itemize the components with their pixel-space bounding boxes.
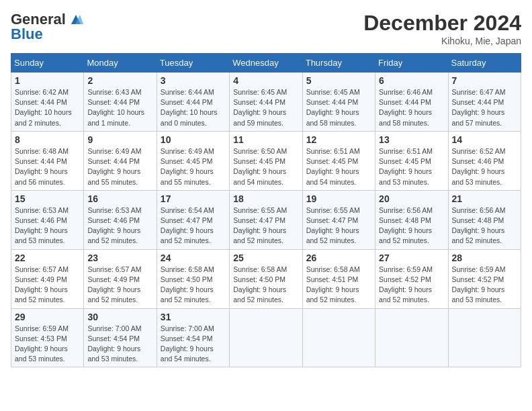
day-number: 15 bbox=[15, 193, 80, 204]
calendar-cell bbox=[302, 308, 375, 367]
day-detail: Sunrise: 7:00 AMSunset: 4:54 PMDaylight:… bbox=[87, 324, 152, 365]
page-header: General Blue December 2024 Kihoku, Mie, … bbox=[11, 11, 521, 46]
location: Kihoku, Mie, Japan bbox=[363, 36, 521, 46]
calendar-cell: 1Sunrise: 6:42 AMSunset: 4:44 PMDaylight… bbox=[11, 73, 84, 132]
day-number: 10 bbox=[161, 134, 226, 145]
logo: General Blue bbox=[11, 11, 83, 43]
calendar-cell: 20Sunrise: 6:56 AMSunset: 4:48 PMDayligh… bbox=[375, 190, 448, 249]
calendar-cell: 19Sunrise: 6:55 AMSunset: 4:47 PMDayligh… bbox=[302, 190, 375, 249]
calendar-cell: 12Sunrise: 6:51 AMSunset: 4:45 PMDayligh… bbox=[302, 131, 375, 190]
day-detail: Sunrise: 6:58 AMSunset: 4:50 PMDaylight:… bbox=[233, 265, 298, 306]
day-number: 19 bbox=[306, 193, 371, 204]
calendar-cell: 13Sunrise: 6:51 AMSunset: 4:45 PMDayligh… bbox=[375, 131, 448, 190]
calendar-cell: 10Sunrise: 6:49 AMSunset: 4:45 PMDayligh… bbox=[157, 131, 229, 190]
day-detail: Sunrise: 6:45 AMSunset: 4:44 PMDaylight:… bbox=[233, 87, 298, 128]
weekday-header-thursday: Thursday bbox=[302, 54, 375, 73]
day-number: 30 bbox=[87, 312, 152, 322]
day-detail: Sunrise: 6:45 AMSunset: 4:44 PMDaylight:… bbox=[306, 87, 371, 128]
day-detail: Sunrise: 6:59 AMSunset: 4:53 PMDaylight:… bbox=[15, 324, 80, 365]
calendar-cell: 15Sunrise: 6:53 AMSunset: 4:46 PMDayligh… bbox=[11, 190, 84, 249]
day-number: 5 bbox=[306, 75, 371, 86]
day-number: 11 bbox=[233, 134, 298, 145]
day-detail: Sunrise: 6:49 AMSunset: 4:44 PMDaylight:… bbox=[87, 146, 152, 187]
day-detail: Sunrise: 6:53 AMSunset: 4:46 PMDaylight:… bbox=[15, 205, 80, 246]
day-number: 4 bbox=[233, 75, 298, 86]
day-number: 29 bbox=[15, 312, 80, 322]
day-number: 27 bbox=[379, 253, 444, 263]
calendar-cell bbox=[375, 308, 448, 367]
weekday-header-monday: Monday bbox=[84, 54, 157, 73]
day-number: 18 bbox=[233, 193, 298, 204]
day-detail: Sunrise: 6:57 AMSunset: 4:49 PMDaylight:… bbox=[15, 265, 80, 306]
day-number: 26 bbox=[306, 253, 371, 263]
day-detail: Sunrise: 6:48 AMSunset: 4:44 PMDaylight:… bbox=[15, 146, 80, 187]
day-detail: Sunrise: 6:46 AMSunset: 4:44 PMDaylight:… bbox=[379, 87, 444, 128]
logo-icon bbox=[69, 12, 83, 27]
calendar-cell: 31Sunrise: 7:00 AMSunset: 4:54 PMDayligh… bbox=[157, 308, 229, 367]
day-detail: Sunrise: 6:59 AMSunset: 4:52 PMDaylight:… bbox=[452, 265, 517, 306]
day-detail: Sunrise: 6:55 AMSunset: 4:47 PMDaylight:… bbox=[233, 205, 298, 246]
weekday-header-friday: Friday bbox=[375, 54, 448, 73]
day-number: 9 bbox=[87, 134, 152, 145]
calendar-cell: 4Sunrise: 6:45 AMSunset: 4:44 PMDaylight… bbox=[230, 73, 302, 132]
day-number: 7 bbox=[452, 75, 517, 86]
calendar-cell: 6Sunrise: 6:46 AMSunset: 4:44 PMDaylight… bbox=[375, 73, 448, 132]
calendar-cell bbox=[448, 308, 521, 367]
day-number: 1 bbox=[15, 75, 80, 86]
calendar-cell: 28Sunrise: 6:59 AMSunset: 4:52 PMDayligh… bbox=[448, 249, 521, 308]
calendar-body: 1Sunrise: 6:42 AMSunset: 4:44 PMDaylight… bbox=[11, 73, 521, 367]
calendar-week-row: 15Sunrise: 6:53 AMSunset: 4:46 PMDayligh… bbox=[11, 190, 521, 249]
day-detail: Sunrise: 6:58 AMSunset: 4:51 PMDaylight:… bbox=[306, 265, 371, 306]
calendar-week-row: 29Sunrise: 6:59 AMSunset: 4:53 PMDayligh… bbox=[11, 308, 521, 367]
day-number: 28 bbox=[452, 253, 517, 263]
day-number: 22 bbox=[15, 253, 80, 263]
day-detail: Sunrise: 6:55 AMSunset: 4:47 PMDaylight:… bbox=[306, 205, 371, 246]
weekday-header-wednesday: Wednesday bbox=[230, 54, 302, 73]
weekday-header-sunday: Sunday bbox=[11, 54, 84, 73]
day-detail: Sunrise: 6:42 AMSunset: 4:44 PMDaylight:… bbox=[15, 87, 80, 128]
day-number: 14 bbox=[452, 134, 517, 145]
day-detail: Sunrise: 6:56 AMSunset: 4:48 PMDaylight:… bbox=[379, 205, 444, 246]
day-detail: Sunrise: 6:47 AMSunset: 4:44 PMDaylight:… bbox=[452, 87, 517, 128]
calendar-cell: 23Sunrise: 6:57 AMSunset: 4:49 PMDayligh… bbox=[84, 249, 157, 308]
day-number: 21 bbox=[452, 193, 517, 204]
day-detail: Sunrise: 6:56 AMSunset: 4:48 PMDaylight:… bbox=[452, 205, 517, 246]
weekday-header-tuesday: Tuesday bbox=[157, 54, 229, 73]
calendar-cell: 9Sunrise: 6:49 AMSunset: 4:44 PMDaylight… bbox=[84, 131, 157, 190]
day-detail: Sunrise: 6:59 AMSunset: 4:52 PMDaylight:… bbox=[379, 265, 444, 306]
calendar-cell: 25Sunrise: 6:58 AMSunset: 4:50 PMDayligh… bbox=[230, 249, 302, 308]
day-detail: Sunrise: 6:54 AMSunset: 4:47 PMDaylight:… bbox=[161, 205, 226, 246]
calendar-cell bbox=[230, 308, 302, 367]
calendar-cell: 17Sunrise: 6:54 AMSunset: 4:47 PMDayligh… bbox=[157, 190, 229, 249]
day-number: 6 bbox=[379, 75, 444, 86]
calendar-cell: 8Sunrise: 6:48 AMSunset: 4:44 PMDaylight… bbox=[11, 131, 84, 190]
calendar-cell: 22Sunrise: 6:57 AMSunset: 4:49 PMDayligh… bbox=[11, 249, 84, 308]
calendar-cell: 30Sunrise: 7:00 AMSunset: 4:54 PMDayligh… bbox=[84, 308, 157, 367]
day-number: 12 bbox=[306, 134, 371, 145]
day-number: 17 bbox=[161, 193, 226, 204]
calendar-cell: 18Sunrise: 6:55 AMSunset: 4:47 PMDayligh… bbox=[230, 190, 302, 249]
day-number: 23 bbox=[87, 253, 152, 263]
day-number: 2 bbox=[87, 75, 152, 86]
day-number: 20 bbox=[379, 193, 444, 204]
calendar-cell: 21Sunrise: 6:56 AMSunset: 4:48 PMDayligh… bbox=[448, 190, 521, 249]
calendar-cell: 11Sunrise: 6:50 AMSunset: 4:45 PMDayligh… bbox=[230, 131, 302, 190]
day-number: 31 bbox=[161, 312, 226, 322]
calendar-week-row: 1Sunrise: 6:42 AMSunset: 4:44 PMDaylight… bbox=[11, 73, 521, 132]
calendar-table: SundayMondayTuesdayWednesdayThursdayFrid… bbox=[11, 53, 521, 367]
calendar-cell: 27Sunrise: 6:59 AMSunset: 4:52 PMDayligh… bbox=[375, 249, 448, 308]
day-number: 24 bbox=[161, 253, 226, 263]
day-detail: Sunrise: 6:50 AMSunset: 4:45 PMDaylight:… bbox=[233, 146, 298, 187]
day-number: 13 bbox=[379, 134, 444, 145]
weekday-header-row: SundayMondayTuesdayWednesdayThursdayFrid… bbox=[11, 54, 521, 73]
day-detail: Sunrise: 6:57 AMSunset: 4:49 PMDaylight:… bbox=[87, 265, 152, 306]
month-title: December 2024 bbox=[363, 11, 521, 36]
calendar-cell: 26Sunrise: 6:58 AMSunset: 4:51 PMDayligh… bbox=[302, 249, 375, 308]
day-number: 3 bbox=[161, 75, 226, 86]
day-detail: Sunrise: 6:51 AMSunset: 4:45 PMDaylight:… bbox=[379, 146, 444, 187]
calendar-cell: 24Sunrise: 6:58 AMSunset: 4:50 PMDayligh… bbox=[157, 249, 229, 308]
logo-blue-text: Blue bbox=[11, 26, 43, 43]
calendar-cell: 2Sunrise: 6:43 AMSunset: 4:44 PMDaylight… bbox=[84, 73, 157, 132]
day-detail: Sunrise: 6:52 AMSunset: 4:46 PMDaylight:… bbox=[452, 146, 517, 187]
day-detail: Sunrise: 6:43 AMSunset: 4:44 PMDaylight:… bbox=[87, 87, 152, 128]
